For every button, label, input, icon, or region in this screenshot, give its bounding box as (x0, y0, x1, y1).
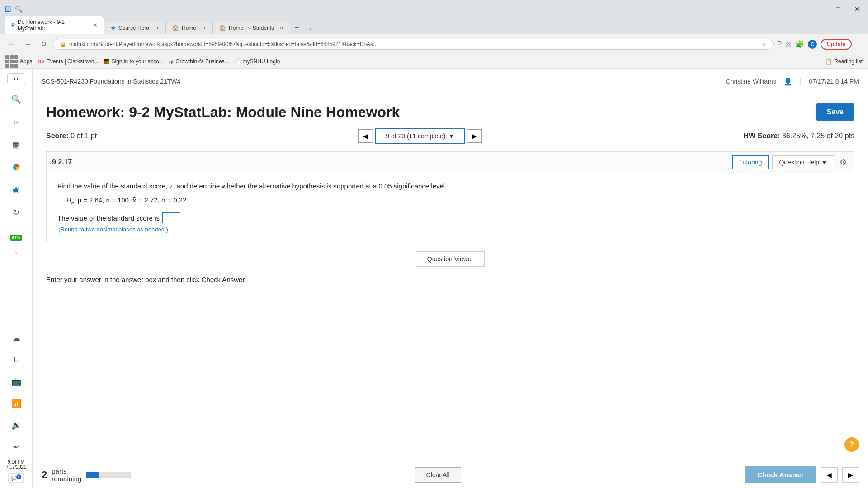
update-button[interactable]: Update (821, 39, 852, 50)
chrome-circle-icon[interactable]: ◎ (785, 40, 792, 48)
date-time: 07/17/21 8:14 PM (809, 78, 859, 85)
events-icon: DV (38, 59, 44, 64)
tutoring-button[interactable]: Tutoring (732, 155, 769, 169)
forward-button[interactable]: → (22, 39, 34, 49)
events-label: Events | Clarkstown... (47, 58, 99, 65)
tab1-close[interactable]: ✕ (93, 23, 97, 28)
user-name: Christine Williams (726, 78, 776, 85)
sidebar-home-icon[interactable]: ○ (7, 113, 25, 131)
mysnhu-label: mySNHU Login (243, 58, 280, 65)
settings-gear-icon[interactable]: ⚙ (838, 155, 849, 169)
score-label: Score: 0 of 1 pt (46, 132, 97, 140)
windows-logo: ⊞ (5, 4, 11, 14)
sidebar-grid-icon[interactable]: ▦ (7, 136, 25, 154)
bookmark-mysnhu[interactable]: 📄 mySNHU Login (235, 58, 280, 65)
sidebar-blue-circle-icon[interactable]: ◉ (7, 181, 25, 199)
address-icons: P ◎ 🧩 C Update ⋮ (777, 39, 863, 50)
answer-suffix: . (183, 214, 185, 222)
back-button[interactable]: ← (5, 39, 18, 49)
side-collapse-button[interactable]: ‹ › (7, 73, 25, 84)
notification-badge[interactable]: 💬5 (8, 473, 24, 483)
tab3-label: Home (182, 25, 196, 31)
question-viewer-section: Question Viewer (46, 251, 854, 267)
pinterest-icon[interactable]: P (777, 40, 782, 48)
question-box: 9.2.17 Tutoring Question Help ▼ ⚙ Find t… (46, 151, 854, 242)
round-note: (Round to two decimal places as needed.) (57, 226, 843, 233)
homework-title: Homework: 9-2 MyStatLab: Module Nine Hom… (46, 104, 400, 121)
chevron-left-icon: ‹ (14, 75, 16, 82)
bookmark-growthink[interactable]: gt Growthink's Busines... (169, 58, 229, 65)
chevron-right-icon: › (17, 75, 19, 82)
maximize-button[interactable]: □ (833, 4, 844, 14)
reading-list-button[interactable]: 📋 Reading list (826, 58, 863, 65)
answer-input-box[interactable] (162, 212, 180, 223)
tab-home[interactable]: 🏠 Home ✕ (165, 22, 212, 34)
growthink-icon: gt (169, 59, 174, 64)
sidebar-cloud-icon[interactable]: ☁ (7, 329, 25, 347)
question-help-dropdown-icon: ▼ (821, 159, 827, 166)
side-panel: ‹ › 🔍 ○ ▦ ◉ ↻ 61% › ☁ 🖥 📺 📶 🔉 ✒ 9:14 PM7… (0, 69, 33, 488)
bookmark-events[interactable]: DV Events | Clarkstown... (38, 58, 99, 65)
time-display: 9:14 PM7/17/2021 (6, 460, 26, 469)
reload-button[interactable]: ↻ (38, 39, 49, 49)
tab-course-hero[interactable]: ★ Course Hero ✕ (104, 22, 165, 34)
homework-title-row: Homework: 9-2 MyStatLab: Module Nine Hom… (46, 103, 854, 121)
prev-question-button[interactable]: ◀ (358, 129, 373, 143)
prev-bottom-button[interactable]: ◀ (821, 467, 838, 483)
tab4-label: Home - » Students (229, 25, 274, 31)
sidebar-tv-icon[interactable]: 📺 (7, 373, 25, 391)
tab4-favicon: 🏠 (219, 25, 226, 31)
bookmark-apps[interactable]: Apps (5, 55, 32, 68)
close-button[interactable]: ✕ (851, 4, 863, 14)
main-content: Homework: 9-2 MyStatLab: Module Nine Hom… (33, 94, 868, 488)
question-help-button[interactable]: Question Help ▼ (772, 155, 834, 169)
extensions-icon[interactable]: 🧩 (795, 40, 804, 48)
answer-section: The value of the standard score is . (Ro… (57, 212, 843, 233)
url-input[interactable]: 🔒 mathxl.com/Student/PlayerHomework.aspx… (53, 39, 774, 50)
question-help-label: Question Help (779, 159, 819, 166)
question-selector[interactable]: 9 of 20 (11 complete) ▼ (375, 128, 465, 144)
title-bar: ⊞ 🔍 ─ □ ✕ (0, 0, 868, 18)
tab3-close[interactable]: ✕ (202, 25, 206, 31)
sidebar-refresh-icon[interactable]: ↻ (7, 203, 25, 221)
course-title: SCS-501-R4230 Foundations in Statistics … (42, 78, 180, 85)
help-bubble[interactable]: ? (844, 437, 859, 452)
search-taskbar[interactable]: 🔍 (15, 5, 23, 13)
minimize-button[interactable]: ─ (814, 4, 826, 14)
profile-icon[interactable]: C (808, 40, 817, 49)
bookmark-signin[interactable]: Sign in to your acco... (104, 58, 163, 65)
new-tab-button[interactable]: + (290, 21, 303, 34)
question-navigation: ◀ 9 of 20 (11 complete) ▼ ▶ (358, 128, 482, 144)
save-button[interactable]: Save (816, 103, 854, 121)
star-icon[interactable]: ☆ (762, 41, 767, 47)
answer-prompt: The value of the standard score is (57, 214, 160, 222)
tab-home-students[interactable]: 🏠 Home - » Students ✕ (212, 22, 290, 34)
tab2-favicon: ★ (111, 25, 116, 31)
growthink-label: Growthink's Busines... (175, 58, 229, 65)
sidebar-monitor-icon[interactable]: 🖥 (7, 351, 25, 369)
next-question-button[interactable]: ▶ (467, 129, 482, 143)
reading-list-label: Reading list (834, 58, 863, 65)
tab-overflow-button[interactable]: ⌄ (303, 22, 318, 34)
check-answer-button[interactable]: Check Answer (745, 466, 816, 483)
clear-all-button[interactable]: Clear All (415, 467, 461, 483)
side-expand-button[interactable]: › (15, 249, 17, 256)
tab4-close[interactable]: ✕ (279, 25, 283, 31)
bottom-center: Clear All (131, 467, 745, 483)
sidebar-wifi-icon[interactable]: 📶 (7, 394, 25, 413)
sidebar-search-icon[interactable]: 🔍 (7, 90, 25, 108)
sidebar-volume-icon[interactable]: 🔉 (7, 416, 25, 434)
browser-menu-icon[interactable]: ⋮ (855, 40, 863, 48)
question-header: 9.2.17 Tutoring Question Help ▼ ⚙ (47, 152, 854, 173)
next-bottom-button[interactable]: ▶ (842, 467, 859, 483)
question-viewer-button[interactable]: Question Viewer (416, 251, 485, 267)
answer-line: The value of the standard score is . (57, 212, 843, 223)
sidebar-chrome-icon[interactable] (7, 158, 25, 176)
hw-score-label: HW Score: (744, 132, 780, 140)
tab1-favicon: P (11, 22, 15, 28)
sidebar-pen-icon[interactable]: ✒ (7, 438, 25, 456)
sub-a: a (71, 200, 74, 205)
microsoft-icon (104, 59, 109, 64)
tab-do-homework[interactable]: P Do Homework - 9-2 MyStatLab: ✕ (5, 16, 104, 34)
tab2-close[interactable]: ✕ (155, 25, 159, 31)
